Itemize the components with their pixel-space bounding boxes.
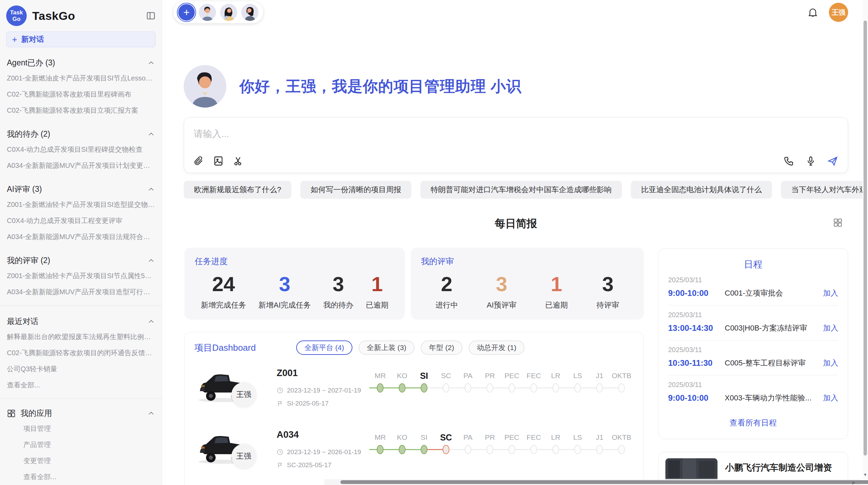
- schedule-name: X003-车辆动力学性能验...: [725, 393, 823, 403]
- recent-item[interactable]: 公司Q3轻卡销量: [6, 361, 156, 377]
- suggestion-chip[interactable]: 如何写一份清晰的项目周报: [300, 181, 411, 199]
- suggestion-chip[interactable]: 欧洲新规最近颁布了什么?: [184, 181, 291, 199]
- send-icon[interactable]: [827, 156, 838, 166]
- vertical-scrollbar-thumb[interactable]: [864, 21, 867, 456]
- scissors-icon[interactable]: [233, 156, 244, 166]
- agent-avatar-1[interactable]: [199, 4, 216, 21]
- dashboard-tab[interactable]: 动总开发 (1): [469, 340, 525, 355]
- milestone-node[interactable]: [486, 445, 493, 454]
- project-row[interactable]: 王强 Z001 2023-12-19 ~ 2027-01-19 SI-2025-…: [194, 366, 634, 425]
- join-link[interactable]: 加入: [823, 323, 838, 333]
- milestone-node[interactable]: [596, 383, 603, 393]
- recent-view-all[interactable]: 查看全部...: [6, 377, 156, 393]
- dashboard-tab[interactable]: 全新平台 (4): [296, 340, 352, 355]
- suggestion-chip[interactable]: 当下年轻人对汽车外观有怎样的喜好趋势: [781, 181, 868, 199]
- horizontal-scrollbar-thumb[interactable]: [340, 480, 868, 484]
- scroll-right-arrow-icon[interactable]: ▶: [852, 480, 856, 485]
- section-title: 我的评审 (2): [7, 255, 50, 266]
- join-link[interactable]: 加入: [823, 358, 838, 368]
- milestone-node[interactable]: [508, 445, 515, 454]
- recent-item[interactable]: C02-飞腾新能源轻客改款项目的闭环通告反馈情况: [6, 345, 156, 361]
- view-all-schedule-link[interactable]: 查看所有日程: [668, 418, 838, 428]
- app-logo: Task Go: [6, 5, 27, 26]
- milestone-node[interactable]: [530, 383, 537, 393]
- sidebar-sections: Agent已办 (3)Z001-全新燃油皮卡产品开发项目SI节点Lesson L…: [6, 55, 156, 300]
- schedule-row: 9:00-10:00X003-车辆动力学性能验...加入: [668, 393, 838, 403]
- join-link[interactable]: 加入: [823, 393, 838, 403]
- schedule-name: C005-整车工程目标评审: [725, 358, 823, 368]
- dashboard-tab[interactable]: 年型 (2): [421, 340, 462, 355]
- join-link[interactable]: 加入: [823, 288, 838, 298]
- dashboard-tab[interactable]: 全新上装 (3): [359, 340, 415, 355]
- sidebar-my-apps[interactable]: 我的应用: [6, 406, 156, 421]
- my-apps-item[interactable]: 变更管理: [6, 453, 156, 469]
- milestone-node[interactable]: [618, 383, 625, 393]
- milestone-node[interactable]: [596, 445, 603, 454]
- milestone-label: OKTB: [611, 370, 632, 382]
- milestone-node[interactable]: [552, 383, 559, 393]
- milestone-node[interactable]: [465, 383, 471, 393]
- sidebar-item[interactable]: Z001-全新燃油皮卡产品开发项目SI节点Lesson Learn报告: [6, 70, 156, 86]
- recent-item[interactable]: 解释最新出台的欧盟报废车法规再生塑料比例被调至15%...: [6, 329, 156, 345]
- milestone-node[interactable]: [443, 383, 449, 393]
- collapse-sidebar-icon[interactable]: [146, 11, 156, 21]
- paperclip-icon[interactable]: [193, 156, 204, 166]
- add-agent-button[interactable]: +: [178, 4, 195, 21]
- milestone-node[interactable]: [574, 383, 581, 393]
- scroll-down-arrow-icon[interactable]: ▼: [863, 472, 867, 477]
- microphone-icon[interactable]: [805, 156, 816, 166]
- milestone-nodes: [369, 382, 634, 397]
- chevron-up-icon: [147, 186, 155, 193]
- agent-avatar-3[interactable]: [241, 4, 258, 21]
- sidebar-section-recent[interactable]: 最近对话: [6, 314, 156, 329]
- sidebar-item[interactable]: C02-飞腾新能源轻客改款项目里程碑画布: [6, 86, 156, 102]
- milestone-node[interactable]: [552, 445, 559, 454]
- vertical-scrollbar[interactable]: ▼: [863, 0, 868, 479]
- sidebar-section-header[interactable]: 我的评审 (2): [6, 253, 156, 268]
- milestone-node[interactable]: [486, 383, 493, 393]
- image-icon[interactable]: [213, 156, 224, 166]
- milestone-node[interactable]: [421, 445, 427, 454]
- milestone-node[interactable]: [399, 383, 406, 393]
- sidebar-section-header[interactable]: Agent已办 (3): [6, 55, 156, 70]
- milestone-node[interactable]: [465, 445, 471, 454]
- milestone-node[interactable]: [399, 445, 406, 454]
- horizontal-scrollbar[interactable]: ▶: [324, 479, 860, 485]
- agent-avatar-2[interactable]: [220, 4, 237, 21]
- sidebar-item[interactable]: A034-全新新能源MUV产品开发项目造型可行性评审: [6, 284, 156, 300]
- sidebar-item[interactable]: A034-全新新能源MUV产品开发项目计划变更表编写: [6, 158, 156, 174]
- milestone-node[interactable]: [530, 445, 537, 454]
- sidebar-item[interactable]: C0X4-动力总成开发项目SI里程碑提交物检查: [6, 141, 156, 158]
- sidebar-item[interactable]: C02-飞腾新能源轻客改款项目立项汇报方案: [6, 102, 156, 119]
- project-info: Z001 2023-12-19 ~ 2027-01-19 SI-2025-05-…: [277, 366, 362, 425]
- my-apps-item[interactable]: 查看全部...: [6, 469, 156, 485]
- sidebar-section-header[interactable]: 我的待办 (2): [6, 127, 156, 141]
- suggestion-chip[interactable]: 特朗普可能对进口汽车增税会对中国车企造成哪些影响: [420, 181, 622, 199]
- notifications-bell-icon[interactable]: [807, 7, 819, 18]
- grid-view-icon[interactable]: [832, 217, 843, 229]
- sidebar-item[interactable]: Z001-全新燃油轻卡产品开发项目SI节点属性5D文件评审: [6, 268, 156, 284]
- my-apps-item[interactable]: 产品管理: [6, 437, 156, 453]
- sidebar-section-header[interactable]: AI评审 (3): [6, 182, 156, 197]
- sidebar-item[interactable]: A034-全新新能源MUV产品开发项目法规符合性评审: [6, 229, 156, 245]
- milestone-node[interactable]: [508, 383, 515, 393]
- milestone-node[interactable]: [443, 445, 449, 454]
- milestone-node[interactable]: [574, 445, 581, 454]
- phone-call-icon[interactable]: [783, 156, 794, 166]
- new-chat-button[interactable]: + 新对话: [6, 32, 156, 47]
- clock-icon: [277, 387, 284, 394]
- greeting-text: 你好，王强，我是你的项目管理助理 小识: [239, 76, 521, 97]
- my-apps-item[interactable]: 项目管理: [6, 421, 156, 437]
- sidebar: Task Go TaskGo + 新对话 Agent已办 (3)Z001-全新燃…: [0, 0, 162, 485]
- user-avatar[interactable]: 王强: [829, 3, 848, 22]
- chat-input[interactable]: 请输入...: [184, 117, 848, 173]
- milestone-node[interactable]: [618, 445, 625, 454]
- sidebar-item[interactable]: C0X4-动力总成开发项目工程变更评审: [6, 213, 156, 229]
- suggestion-chip[interactable]: 比亚迪全固态电池计划具体说了什么: [631, 181, 772, 199]
- project-date-range: 2023-12-19 ~ 2027-01-19: [287, 387, 361, 394]
- sidebar-item[interactable]: Z001-全新燃油轻卡产品开发项目SI造型提交物评审: [6, 197, 156, 213]
- milestone-node[interactable]: [421, 383, 427, 393]
- project-row[interactable]: 王强 A034 2023-12-19 ~ 2026-01-19 SC-2025-…: [194, 428, 634, 485]
- milestone-node[interactable]: [377, 445, 384, 454]
- milestone-node[interactable]: [377, 383, 384, 393]
